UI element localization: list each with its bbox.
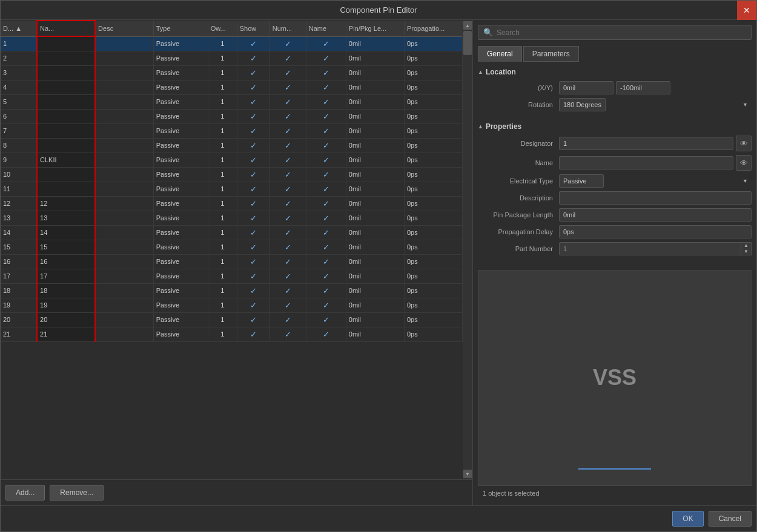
col-header-desc[interactable]: Desc (95, 21, 153, 36)
cell-na[interactable]: 15 (37, 240, 95, 254)
cell-num: ✓ (269, 153, 306, 167)
cancel-button[interactable]: Cancel (709, 511, 752, 527)
properties-section: Properties Designator 👁 Name 👁 Electrica… (478, 122, 752, 259)
col-header-ow[interactable]: Ow... (208, 21, 237, 36)
cell-na[interactable] (37, 51, 95, 65)
cell-na[interactable] (37, 36, 95, 51)
cell-show: ✓ (237, 298, 269, 312)
table-row[interactable]: 1 Passive 1 ✓ ✓ ✓ 0mil 0ps (1, 36, 463, 51)
cell-na[interactable]: 14 (37, 225, 95, 240)
name-field-row: Name 👁 (478, 155, 752, 171)
scroll-thumb[interactable] (463, 31, 472, 55)
cell-na[interactable] (37, 109, 95, 123)
designator-eye-button[interactable]: 👁 (736, 136, 752, 151)
cell-d: 17 (1, 269, 37, 283)
cell-na[interactable] (37, 182, 95, 196)
designator-input[interactable] (559, 137, 733, 150)
elec-type-select[interactable]: Input Output Bidirectional Passive Power (559, 174, 604, 188)
cell-name: ✓ (306, 283, 346, 298)
col-header-show[interactable]: Show (237, 21, 269, 36)
scroll-up-button[interactable]: ▲ (463, 21, 472, 30)
table-row[interactable]: 12 12 Passive 1 ✓ ✓ ✓ 0mil 0ps (1, 196, 463, 211)
col-header-prop[interactable]: Propagatio... (404, 21, 462, 36)
cell-type: Passive (153, 109, 208, 123)
table-row[interactable]: 11 Passive 1 ✓ ✓ ✓ 0mil 0ps (1, 182, 463, 196)
cell-na[interactable] (37, 138, 95, 153)
table-row[interactable]: 3 Passive 1 ✓ ✓ ✓ 0mil 0ps (1, 65, 463, 80)
table-row[interactable]: 5 Passive 1 ✓ ✓ ✓ 0mil 0ps (1, 94, 463, 109)
cell-ow: 1 (208, 167, 237, 182)
rotation-select[interactable]: 0 Degrees 90 Degrees 180 Degrees 270 Deg… (559, 98, 606, 111)
ok-button[interactable]: OK (672, 511, 703, 527)
cell-na[interactable]: 17 (37, 269, 95, 283)
remove-button[interactable]: Remove... (50, 485, 104, 501)
table-row[interactable]: 9 CLKII Passive 1 ✓ ✓ ✓ 0mil 0ps (1, 153, 463, 167)
cell-prop: 0ps (404, 211, 462, 225)
cell-na[interactable]: 16 (37, 254, 95, 269)
tab-parameters[interactable]: Parameters (523, 46, 579, 62)
name-input[interactable] (559, 156, 733, 169)
table-row[interactable]: 16 16 Passive 1 ✓ ✓ ✓ 0mil 0ps (1, 254, 463, 269)
table-row[interactable]: 13 13 Passive 1 ✓ ✓ ✓ 0mil 0ps (1, 211, 463, 225)
cell-show: ✓ (237, 283, 269, 298)
col-header-type[interactable]: Type (153, 21, 208, 36)
table-row[interactable]: 14 14 Passive 1 ✓ ✓ ✓ 0mil 0ps (1, 225, 463, 240)
col-header-d[interactable]: D... ▲ (1, 21, 37, 36)
cell-d: 13 (1, 211, 37, 225)
tab-general[interactable]: General (478, 46, 522, 62)
table-row[interactable]: 4 Passive 1 ✓ ✓ ✓ 0mil 0ps (1, 80, 463, 94)
cell-na[interactable]: 18 (37, 283, 95, 298)
cell-prop: 0ps (404, 80, 462, 94)
table-scroll-area: D... ▲ Na... Desc Type Ow... Show Num...… (1, 20, 472, 479)
cell-na[interactable]: 20 (37, 312, 95, 327)
scroll-down-button[interactable]: ▼ (463, 470, 472, 478)
cell-na[interactable] (37, 123, 95, 138)
spinner-up-button[interactable]: ▲ (741, 243, 751, 249)
cell-na[interactable]: 19 (37, 298, 95, 312)
cell-type: Passive (153, 123, 208, 138)
status-text: 1 object is selected (483, 490, 540, 497)
add-button[interactable]: Add... (5, 485, 45, 501)
cell-name: ✓ (306, 327, 346, 341)
table-row[interactable]: 2 Passive 1 ✓ ✓ ✓ 0mil 0ps (1, 51, 463, 65)
cell-na[interactable]: CLKII (37, 153, 95, 167)
name-eye-button[interactable]: 👁 (736, 155, 752, 171)
pin-table-body: 1 Passive 1 ✓ ✓ ✓ 0mil 0ps 2 Passive 1 ✓… (1, 36, 463, 341)
cell-na[interactable] (37, 167, 95, 182)
cell-prop: 0ps (404, 167, 462, 182)
table-row[interactable]: 17 17 Passive 1 ✓ ✓ ✓ 0mil 0ps (1, 269, 463, 283)
close-button[interactable]: ✕ (737, 1, 756, 20)
table-row[interactable]: 7 Passive 1 ✓ ✓ ✓ 0mil 0ps (1, 123, 463, 138)
cell-na[interactable]: 21 (37, 327, 95, 341)
table-row[interactable]: 21 21 Passive 1 ✓ ✓ ✓ 0mil 0ps (1, 327, 463, 341)
col-header-na[interactable]: Na... (37, 21, 95, 36)
cell-num: ✓ (269, 254, 306, 269)
cell-prop: 0ps (404, 94, 462, 109)
cell-na[interactable] (37, 65, 95, 80)
cell-na[interactable]: 12 (37, 196, 95, 211)
table-row[interactable]: 18 18 Passive 1 ✓ ✓ ✓ 0mil 0ps (1, 283, 463, 298)
col-header-name[interactable]: Name (306, 21, 346, 36)
cell-na[interactable]: 13 (37, 211, 95, 225)
table-row[interactable]: 6 Passive 1 ✓ ✓ ✓ 0mil 0ps (1, 109, 463, 123)
cell-num: ✓ (269, 283, 306, 298)
table-row[interactable]: 15 15 Passive 1 ✓ ✓ ✓ 0mil 0ps (1, 240, 463, 254)
table-row[interactable]: 20 20 Passive 1 ✓ ✓ ✓ 0mil 0ps (1, 312, 463, 327)
desc-field-row: Description (478, 191, 752, 205)
col-header-pin[interactable]: Pin/Pkg Le... (346, 21, 404, 36)
cell-na[interactable] (37, 94, 95, 109)
table-row[interactable]: 10 Passive 1 ✓ ✓ ✓ 0mil 0ps (1, 167, 463, 182)
cell-type: Passive (153, 254, 208, 269)
table-row[interactable]: 19 19 Passive 1 ✓ ✓ ✓ 0mil 0ps (1, 298, 463, 312)
search-input[interactable] (497, 28, 746, 37)
col-header-num[interactable]: Num... (269, 21, 306, 36)
cell-na[interactable] (37, 80, 95, 94)
table-row[interactable]: 8 Passive 1 ✓ ✓ ✓ 0mil 0ps (1, 138, 463, 153)
x-value-input[interactable] (559, 81, 613, 94)
y-value-input[interactable] (616, 81, 670, 94)
spinner-down-button[interactable]: ▼ (741, 249, 751, 255)
vertical-scrollbar[interactable]: ▲ ▼ (463, 20, 472, 479)
desc-input[interactable] (559, 191, 752, 205)
part-num-input[interactable] (559, 242, 741, 255)
cell-ow: 1 (208, 153, 237, 167)
